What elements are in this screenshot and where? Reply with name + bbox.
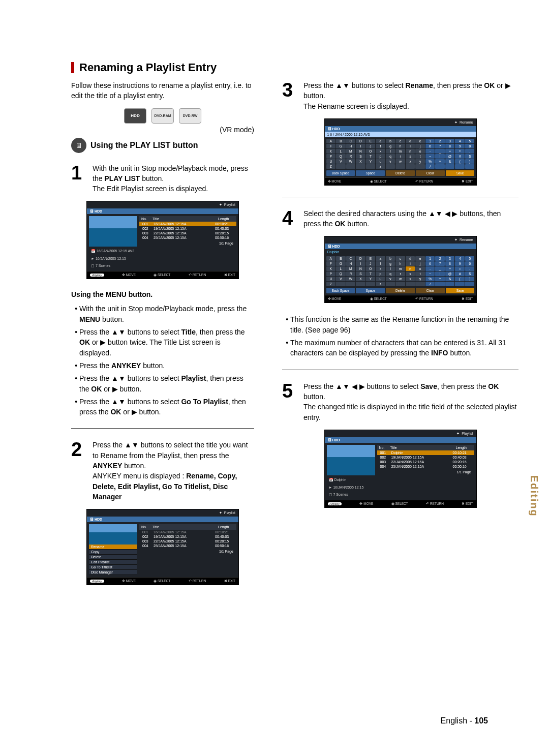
side-tab-editing: Editing (528, 475, 549, 517)
anykey-item-disc-manager: Disc Manager (89, 570, 137, 575)
separator (71, 428, 254, 429)
anykey-menu: Rename Copy Delete Edit Playlist Go To T… (89, 545, 137, 575)
menu-button-instructions: With the unit in Stop mode/Playback mode… (71, 304, 254, 417)
hdd-tab-icon: 🖫 (90, 209, 94, 213)
column-left: Follow these instructions to rename a pl… (71, 80, 254, 596)
playlist-row: 00116/JAN/2005 12:15A00:10:21 (139, 530, 236, 534)
meta-1: 📅 16/JAN/2005 12:15 AV3 (89, 248, 137, 254)
subheading: Using the PLAY LIST button (90, 141, 198, 150)
keyboard-action-row: Back Space Space Delete Clear Save (325, 170, 476, 177)
playlist-row: 00219/JAN/2005 12:15A00:40:03 (139, 534, 236, 539)
rename-text-field: 1 6 / JAN / 2005 12:15 AV3 (325, 132, 476, 137)
step-number: 1 (71, 163, 86, 194)
step-4: 4 Select the desired characters using th… (282, 208, 518, 229)
intro-text: Follow these instructions to rename a pl… (71, 80, 254, 101)
video-thumbnail (89, 524, 137, 545)
playlist-screen-3: Playlist 🖫 HDD 📅 Dolphin ► 16/JAN/2005 1… (324, 430, 477, 508)
screen-title: Playlist (87, 201, 238, 208)
video-thumbnail (89, 216, 137, 247)
hdd-icon: HDD (124, 108, 146, 124)
playlist-row: 001Dolphin00:10:21 (377, 450, 474, 455)
dvd-ram-icon: DVD-RAM (151, 108, 174, 124)
playlist-row: 00425/JAN/2005 12:15A00:50:16 (139, 235, 236, 240)
separator (282, 370, 518, 370)
step-5: 5 Press the ▲▼ ◀ ▶ buttons to select Sav… (282, 381, 518, 422)
menu-button-heading: Using the MENU button. (71, 290, 152, 298)
anykey-item-rename: Rename (89, 545, 137, 550)
video-thumbnail (327, 445, 375, 475)
playlist-row: 00322/JAN/2005 12:15A00:20:15 (139, 231, 236, 235)
accent-bar-icon (71, 62, 74, 73)
playlist-row: 00116/JAN/2005 12:15A00:10:21 (139, 222, 236, 226)
rename-notes: This function is the same as the Rename … (282, 314, 518, 358)
playlist-row: 00322/JAN/2005 12:15A00:20:15 (139, 539, 236, 543)
meta-scenes: ▢ 7 Scenes (89, 263, 137, 269)
playlist-row: 00322/JAN/2005 12:15A00:20:15 (377, 460, 474, 464)
column-right: 3 Press the ▲▼ buttons to select Rename,… (282, 80, 518, 596)
section-heading: Renaming a Playlist Entry (71, 61, 518, 74)
playlist-row: 00219/JAN/2005 12:15A00:40:03 (139, 226, 236, 231)
dvd-rw-icon: DVD-RW (179, 108, 201, 124)
anykey-item-delete: Delete (89, 555, 137, 560)
step-1: 1 With the unit in Stop mode/Playback mo… (71, 163, 254, 194)
anykey-item-go-to-titlelist: Go To Titlelist (89, 565, 137, 570)
rename-text-field: Dolphin (325, 249, 476, 255)
step-2: 2 Press the ▲▼ buttons to select the tit… (71, 440, 254, 502)
on-screen-keyboard: ABCDEabcde12345FGHIJfghij67890KLMNOklmno… (325, 137, 476, 170)
playlist-row: 00219/JAN/2005 12:15A00:40:03 (377, 455, 474, 460)
hdd-tab-icon: 🖫 (328, 127, 331, 131)
playlist-row: 00425/JAN/2005 12:15A00:50:16 (377, 464, 474, 469)
meta-2: ► 16/JAN/2005 12:15 (89, 256, 137, 261)
disc-icon-row: HDD DVD-RAM DVD-RW (71, 108, 254, 124)
hdd-tab-icon: 🖫 (328, 245, 331, 248)
page-footer: English - 105 (441, 716, 488, 725)
step-body: With the unit in Stop mode/Playback mode… (93, 163, 254, 194)
hdd-tab-icon: 🖫 (328, 438, 331, 442)
on-screen-keyboard: ABCDEabcde12345FGHIJfghij67890KLMNOklmno… (325, 255, 476, 288)
playlist-screen-2: Playlist 🖫 HDD Rename Copy Delete Edit P… (86, 509, 239, 585)
playlist-screen-1: Playlist 🖫 HDD 📅 16/JAN/2005 12:15 AV3 ►… (86, 201, 239, 279)
rename-screen-2: Rename 🖫 HDD Dolphin ABCDEabcde12345FGHI… (324, 236, 477, 303)
step-3: 3 Press the ▲▼ buttons to select Rename,… (282, 80, 518, 111)
vr-mode-label: (VR mode) (71, 126, 254, 134)
separator (282, 197, 518, 197)
remote-icon: 🗏 (71, 138, 86, 153)
section-title: Renaming a Playlist Entry (79, 61, 217, 74)
anykey-item-copy: Copy (89, 550, 137, 555)
subheading-row: 🗏 Using the PLAY LIST button (71, 138, 254, 153)
anykey-item-edit-playlist: Edit Playlist (89, 560, 137, 565)
screen-footer: Anykey ✥ MOVE ◉ SELECT ↶ RETURN ✖ EXIT (87, 271, 238, 279)
rename-screen-1: Rename 🖫 HDD 1 6 / JAN / 2005 12:15 AV3 … (324, 118, 477, 186)
hdd-tab-icon: 🖫 (90, 518, 94, 521)
playlist-row: 00425/JAN/2005 12:15A00:50:16 (139, 543, 236, 548)
